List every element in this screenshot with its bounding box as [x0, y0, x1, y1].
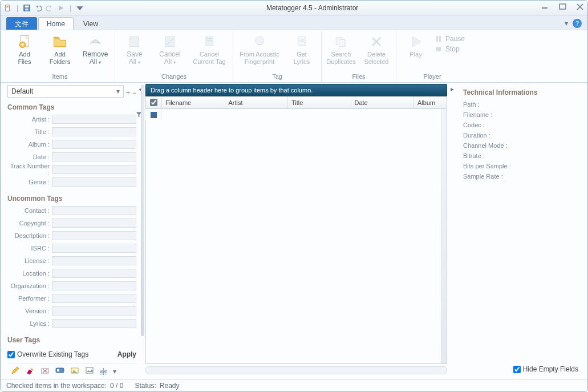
common-field-input-track-number[interactable]	[52, 165, 136, 174]
chevron-down-icon[interactable]: ▾	[113, 87, 123, 95]
tool-del-icon[interactable]	[40, 366, 50, 377]
minimize-icon[interactable]	[541, 3, 550, 12]
delete-selected-button[interactable]: DeleteSelected	[360, 34, 392, 66]
vertical-scrollbar[interactable]	[441, 109, 447, 363]
left-pane-scrollbar[interactable]	[141, 83, 145, 358]
uncommon-field-input-version[interactable]	[52, 306, 136, 316]
help-icon[interactable]: ?	[573, 19, 582, 28]
uncommon-field-input-copyright[interactable]	[52, 219, 136, 228]
col-title[interactable]: Title	[288, 96, 351, 108]
uncommon-field-label: Version :	[7, 308, 50, 314]
tab-home[interactable]: Home	[38, 17, 74, 30]
redo-icon[interactable]	[46, 4, 54, 12]
tool-chevron-icon[interactable]: ▾	[113, 367, 116, 375]
filter-row-checkbox[interactable]	[146, 109, 162, 120]
right-splitter[interactable]: ▸	[449, 83, 455, 379]
common-field-row: Artist :	[7, 114, 136, 125]
search-duplicates-button[interactable]: SearchDuplicates	[325, 34, 357, 66]
tech-info-row: Filename :	[463, 111, 579, 118]
tool-brush-icon[interactable]	[26, 366, 35, 377]
overwrite-label: Overwrite Existing Tags	[17, 350, 88, 358]
tool-tag-icon[interactable]	[55, 366, 64, 377]
common-field-input-title[interactable]	[52, 127, 136, 136]
uncommon-field-input-lyrics[interactable]	[52, 319, 136, 328]
uncommon-field-input-location[interactable]	[52, 269, 136, 278]
tab-file[interactable]: 文件	[6, 17, 37, 30]
uncommon-field-label: ISRC :	[7, 245, 50, 252]
common-field-input-genre[interactable]	[52, 177, 136, 187]
uncommon-field-row: Copyright :	[7, 217, 136, 229]
uncommon-field-row: ISRC :	[7, 243, 136, 254]
tech-info-row: Duration :	[463, 132, 579, 139]
undo-icon[interactable]	[34, 4, 42, 12]
col-artist[interactable]: Artist	[225, 96, 289, 108]
uncommon-field-input-contact[interactable]	[52, 206, 136, 215]
uncommon-field-input-isrc[interactable]	[52, 244, 136, 253]
save-icon[interactable]	[23, 4, 31, 12]
uncommon-field-input-description[interactable]	[52, 231, 136, 240]
save-all-button[interactable]: SaveAll ▾	[119, 34, 151, 66]
header-checkbox-cell[interactable]	[146, 96, 162, 108]
maximize-icon[interactable]	[559, 3, 567, 12]
preset-add-icon[interactable]: +	[126, 89, 130, 97]
uncommon-field-input-organization[interactable]	[52, 281, 136, 290]
play-button[interactable]: Play	[400, 34, 432, 58]
overwrite-checkbox[interactable]	[7, 351, 15, 358]
svg-rect-16	[299, 39, 305, 39]
svg-rect-1	[6, 6, 9, 7]
grid-header: Filename Artist Title Date Album	[145, 96, 447, 109]
horizontal-scrollbar[interactable]	[145, 366, 447, 374]
add-files-button[interactable]: AddFiles	[9, 34, 40, 66]
stop-button[interactable]: Stop	[435, 45, 465, 53]
quick-access-toolbar: | |	[4, 4, 84, 12]
tool-pic-icon[interactable]	[85, 366, 94, 377]
left-toolbar: a|e ▾	[7, 363, 136, 379]
ribbon-tabs: 文件 Home View ▾ ?	[1, 15, 587, 30]
common-tags-title: Common Tags	[7, 103, 136, 111]
add-folders-button[interactable]: AddFolders	[44, 34, 76, 66]
hide-empty-label: Hide Empty Fields	[523, 365, 578, 373]
hide-empty-checkbox[interactable]	[513, 366, 521, 373]
uncommon-field-input-license[interactable]	[52, 256, 136, 265]
apply-button[interactable]: Apply	[117, 350, 136, 358]
cancel-all-button[interactable]: CancelAll ▾	[154, 34, 186, 66]
get-lyrics-button[interactable]: GetLyrics	[286, 34, 318, 66]
common-field-input-album[interactable]	[52, 140, 136, 149]
common-field-input-artist[interactable]	[52, 115, 136, 124]
common-field-input-date[interactable]	[52, 152, 136, 161]
edit-user-tags-link[interactable]: Edit User Tags...	[7, 346, 136, 347]
tech-info-row: Sample Rate :	[463, 173, 579, 180]
close-icon[interactable]	[576, 3, 584, 12]
common-field-label: Title :	[7, 128, 50, 135]
col-filename[interactable]: Filename	[162, 96, 225, 108]
preset-remove-icon[interactable]: −	[132, 89, 136, 97]
uncommon-field-input-performer[interactable]	[52, 294, 136, 303]
uncommon-field-row: Description :	[7, 230, 136, 241]
qat-customize-icon[interactable]	[76, 4, 84, 12]
cancel-current-tag-button[interactable]: CancelCurrent Tag	[189, 34, 229, 66]
tool-edit-icon[interactable]	[11, 366, 20, 377]
group-by-bar[interactable]: Drag a column header here to group items…	[145, 84, 447, 96]
main-pane: Drag a column header here to group items…	[143, 83, 449, 379]
uncommon-field-row: Location :	[7, 268, 136, 279]
preset-selector[interactable]: ▾	[7, 85, 124, 98]
minimize-ribbon-icon[interactable]: ▾	[565, 19, 568, 27]
tab-view[interactable]: View	[75, 17, 107, 30]
group-changes-label: Changes	[119, 72, 229, 82]
svg-rect-18	[299, 43, 303, 43]
pause-button[interactable]: Pause	[435, 35, 465, 43]
common-field-label: Genre :	[7, 179, 50, 185]
col-date[interactable]: Date	[351, 96, 415, 108]
col-album[interactable]: Album	[414, 96, 447, 108]
group-player-label: Player	[400, 72, 465, 82]
acoustic-fingerprint-button[interactable]: From AcousticFingerprint	[237, 34, 282, 66]
tool-text-icon[interactable]: a|e	[100, 367, 107, 375]
uncommon-field-label: Organization :	[7, 282, 50, 289]
uncommon-field-row: Lyrics :	[7, 318, 136, 329]
play-small-icon[interactable]	[57, 4, 65, 12]
remove-all-button[interactable]: RemoveAll ▾	[79, 34, 111, 66]
preset-input[interactable]	[8, 87, 113, 95]
tool-art-icon[interactable]	[70, 366, 79, 377]
svg-rect-5	[542, 7, 548, 9]
svg-rect-17	[299, 41, 305, 41]
